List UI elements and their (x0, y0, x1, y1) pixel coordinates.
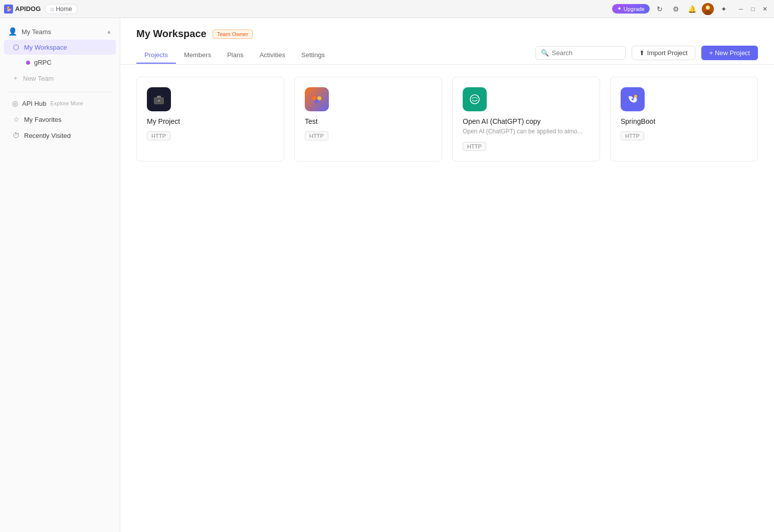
settings-icon: ⚙ (673, 5, 679, 13)
project-icon-test (305, 87, 329, 111)
app-body: 👤 My Teams ▲ ⬡ My Workspace gRPC ＋ New T… (0, 18, 774, 532)
project-card-open-ai[interactable]: Open AI (ChatGPT) copy Open AI (ChatGPT)… (452, 77, 600, 161)
titlebar-right: ✦ Upgrade ↻ ⚙ 🔔 ✦ ─ □ ✕ (612, 3, 770, 15)
search-input[interactable] (552, 49, 620, 57)
tabs-right: 🔍 ⬆ Import Project + New Project (535, 46, 758, 64)
my-teams-section: 👤 My Teams ▲ ⬡ My Workspace gRPC ＋ New T… (0, 22, 120, 89)
my-teams-header[interactable]: 👤 My Teams ▲ (0, 24, 120, 39)
project-name-test: Test (305, 117, 432, 125)
my-favorites-label: My Favorites (24, 116, 61, 123)
svg-rect-4 (157, 96, 161, 98)
svg-point-10 (632, 98, 634, 100)
logo-icon: 🐕 (4, 5, 13, 14)
workspace-label: My Workspace (24, 44, 67, 51)
logo-text: APIDOG (15, 5, 41, 13)
search-icon: 🔍 (541, 49, 549, 57)
svg-rect-5 (158, 100, 160, 101)
sidebar: 👤 My Teams ▲ ⬡ My Workspace gRPC ＋ New T… (0, 18, 120, 532)
maximize-button[interactable]: □ (748, 4, 758, 14)
project-card-test[interactable]: Test HTTP (294, 77, 442, 161)
bell-button[interactable]: 🔔 (686, 3, 698, 15)
plus-icon: ＋ (12, 74, 19, 83)
team-owner-badge: Team Owner (213, 30, 253, 39)
tabs-bar: Projects Members Plans Activities Settin… (120, 40, 774, 65)
main-header: My Workspace Team Owner (120, 18, 774, 40)
apihub-label: API Hub (22, 100, 46, 107)
tab-plans[interactable]: Plans (219, 47, 252, 64)
import-label: Import Project (647, 49, 688, 57)
project-card-my-project[interactable]: My Project HTTP (136, 77, 284, 161)
refresh-icon: ↻ (657, 5, 663, 13)
my-teams-label: My Teams (22, 28, 51, 36)
project-type-open-ai: HTTP (463, 142, 486, 151)
minimize-button[interactable]: ─ (736, 4, 746, 14)
page-title: My Workspace (136, 28, 207, 40)
project-type-springboot: HTTP (621, 131, 644, 140)
project-icon-chatgpt (463, 87, 487, 111)
recently-visited-label: Recently Visited (24, 132, 71, 139)
apihub-icon: ◎ (12, 99, 18, 107)
sidebar-item-apihub[interactable]: ◎ API Hub Explore More (4, 96, 116, 111)
projects-grid: My Project HTTP Test HTTP (120, 65, 774, 173)
person-icon: 👤 (8, 27, 18, 36)
sidebar-item-recently-visited[interactable]: ⏱ Recently Visited (4, 128, 116, 143)
project-name-springboot: SpringBoot (621, 117, 747, 125)
project-type-test: HTTP (305, 131, 328, 140)
settings-button[interactable]: ⚙ (670, 3, 682, 15)
project-type-my-project: HTTP (147, 131, 170, 140)
project-name-open-ai: Open AI (ChatGPT) copy (463, 117, 590, 125)
tab-activities[interactable]: Activities (252, 47, 293, 64)
grpc-dot (26, 61, 30, 65)
new-project-label: + New Project (709, 49, 750, 57)
upgrade-icon: ✦ (617, 6, 622, 12)
project-card-springboot[interactable]: SpringBoot HTTP (610, 77, 758, 161)
project-desc-open-ai: Open AI (ChatGPT) can be applied to almo… (463, 127, 590, 136)
sidebar-item-workspace[interactable]: ⬡ My Workspace (4, 40, 116, 55)
main-content: My Workspace Team Owner Projects Members… (120, 18, 774, 532)
home-icon: ⌂ (50, 6, 54, 13)
pin-icon: ✦ (721, 5, 727, 13)
upgrade-button[interactable]: ✦ Upgrade (612, 4, 650, 14)
tab-settings[interactable]: Settings (293, 47, 333, 64)
project-name-my-project: My Project (147, 117, 274, 125)
bell-icon: 🔔 (688, 5, 696, 13)
avatar[interactable] (702, 3, 714, 15)
refresh-button[interactable]: ↻ (654, 3, 666, 15)
tab-projects[interactable]: Projects (136, 47, 176, 64)
import-icon: ⬆ (639, 49, 645, 57)
new-team-label: New Team (23, 75, 54, 82)
new-team-item[interactable]: ＋ New Team (4, 70, 116, 86)
window-controls: ─ □ ✕ (736, 4, 770, 14)
svg-point-8 (315, 99, 319, 103)
logo: 🐕 APIDOG (4, 5, 41, 14)
search-box[interactable]: 🔍 (535, 46, 626, 60)
my-teams-left: 👤 My Teams (8, 27, 51, 36)
star-icon: ☆ (12, 115, 20, 123)
project-icon-springboot (621, 87, 645, 111)
sidebar-item-favorites[interactable]: ☆ My Favorites (4, 112, 116, 127)
import-project-button[interactable]: ⬆ Import Project (632, 46, 695, 60)
tabs-left: Projects Members Plans Activities Settin… (136, 47, 333, 63)
close-button[interactable]: ✕ (760, 4, 770, 14)
new-project-button[interactable]: + New Project (701, 46, 758, 60)
workspace-icon: ⬡ (12, 43, 20, 51)
sidebar-divider-1 (8, 92, 112, 92)
pin-button[interactable]: ✦ (718, 3, 730, 15)
tab-members[interactable]: Members (176, 47, 219, 64)
project-icon-briefcase (147, 87, 171, 111)
home-tab-label: Home (56, 6, 72, 13)
titlebar: 🐕 APIDOG ⌂ Home ✦ Upgrade ↻ ⚙ 🔔 ✦ ─ □ (0, 0, 774, 18)
upgrade-label: Upgrade (624, 6, 645, 12)
svg-point-1 (706, 6, 710, 10)
explore-more-label: Explore More (50, 100, 83, 106)
grpc-label: gRPC (34, 59, 52, 66)
sidebar-item-grpc[interactable]: gRPC (4, 55, 116, 70)
chevron-up-icon: ▲ (106, 29, 112, 35)
clock-icon: ⏱ (12, 131, 20, 139)
titlebar-left: 🐕 APIDOG ⌂ Home (4, 4, 78, 14)
home-tab[interactable]: ⌂ Home (45, 4, 77, 14)
